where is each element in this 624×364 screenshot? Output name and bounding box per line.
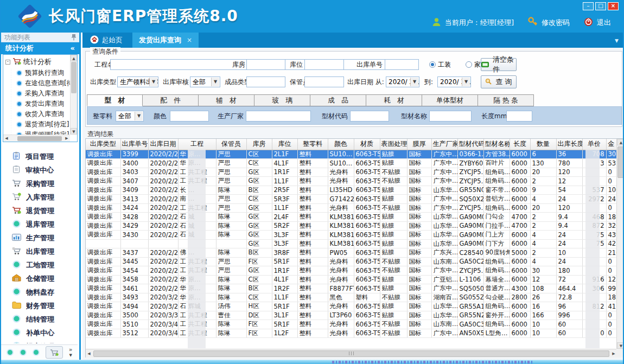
sidebar-item-工地管理[interactable]: 工地管理 <box>1 258 78 272</box>
tab-outbound-query[interactable]: 发货出库查询 × <box>132 33 199 48</box>
sidebar-item-仓储管理[interactable]: 仓储管理 <box>1 272 78 285</box>
table-row[interactable]: 调拨出库34612020/2/28华 原…陈琳B区1R2F整料F8877FT60… <box>86 284 616 293</box>
table-row[interactable]: 调拨出库34242020/2/26工 共工程严思G区1L1F整料光身料6063-… <box>86 203 616 213</box>
circle-icon[interactable] <box>33 349 40 356</box>
material-tab-6[interactable]: 耗 材 <box>366 94 422 106</box>
table-row[interactable]: 调拨出库34132020/2/26南 …严思C区5R3F整料G714226063… <box>86 195 616 204</box>
table-row[interactable]: G区3L3F整料KLM38176063-T5贴膜国标山东华…GA90M09.门下… <box>86 239 616 248</box>
sidebar-item-出库管理[interactable]: 出库管理 <box>1 245 78 258</box>
table-row[interactable]: 调拨出库35102020/3/4工 共工程陈琳F区5R1F整料光身料6063-T… <box>86 320 616 329</box>
logout-link[interactable]: 退出 <box>597 18 611 28</box>
tree-item[interactable]: 退货查询[待定] <box>3 119 70 130</box>
sidebar-item-财务管理[interactable]: 财务管理 <box>1 299 78 312</box>
column-header-表面处理[interactable]: 表面处理 <box>380 139 407 150</box>
table-row[interactable]: 调拨出库34072020/2/25工 共工程严思G区1L1F整料光身料6063-… <box>86 177 616 186</box>
warehouse-input[interactable] <box>246 59 285 70</box>
sidebar-item-采购管理[interactable]: 采购管理 <box>1 177 78 190</box>
column-header-工程[interactable]: 工程 <box>178 139 216 150</box>
sidebar-item-审核中心[interactable]: 审核中心 <box>1 163 78 177</box>
tree-hscroll-thumb[interactable] <box>17 136 62 141</box>
column-header-出库日期[interactable]: 出库日期 <box>148 139 178 150</box>
column-header-单价[interactable]: 单价 <box>582 139 606 150</box>
column-header-保管员[interactable]: 保管员 <box>216 139 246 150</box>
scroll-left-icon[interactable]: ◀ <box>3 136 10 141</box>
table-row[interactable]: 调拨出库35122020/3/4工 共工程陈琳F区1L2F整料光身料6063-T… <box>86 329 616 338</box>
manufacturer-input[interactable] <box>246 111 311 122</box>
column-header-数量[interactable]: 数量 <box>530 139 556 150</box>
column-header-库位[interactable]: 库位 <box>272 139 297 150</box>
table-row[interactable]: 调拨出库34932020/3/2华 原…陈琳C区1L1F整料黑色塑料不贴膜国标湖… <box>86 293 616 302</box>
cart-button[interactable] <box>46 346 63 359</box>
sidebar-item-退货管理[interactable]: 退货管理 <box>1 204 78 218</box>
scroll-left-icon[interactable]: ◀ <box>86 352 92 356</box>
sidebar-item-入库管理[interactable]: 入库管理 <box>1 190 78 204</box>
profile-code-input[interactable] <box>350 111 389 122</box>
column-header-整零料[interactable]: 整零料 <box>297 139 328 150</box>
grid-vertical-scrollbar[interactable]: ▲ ▼ <box>616 139 624 349</box>
date-to-select[interactable]: 2020/ 3/16▼ <box>437 76 471 87</box>
material-tab-4[interactable]: 玻 璃 <box>254 94 310 106</box>
circle-icon[interactable] <box>7 349 14 356</box>
table-row[interactable]: 调拨出库34372020/2/27佛 …陈琳B区3R8F整料PW056063-T… <box>86 248 616 258</box>
tree-root[interactable]: - 统计分析 <box>3 55 77 68</box>
circle-icon[interactable] <box>20 349 27 356</box>
scroll-up-icon[interactable]: ▲ <box>617 139 624 145</box>
tree-horizontal-scrollbar[interactable]: ◀ ▶ <box>3 135 70 142</box>
sidebar-item-补单中心[interactable]: 补单中心 <box>1 326 78 340</box>
order-no-input[interactable] <box>385 59 419 70</box>
audit-select[interactable]: 全部▼ <box>190 76 220 87</box>
whole-part-select[interactable]: 全部▼ <box>116 111 144 122</box>
table-row[interactable]: 调拨出库34942020/3/2石 辉城汤伟H区5R1F整料光身料6063-T5… <box>86 302 616 311</box>
tree-expander-icon[interactable]: - <box>5 60 10 65</box>
keeper-input[interactable] <box>304 76 344 87</box>
column-header-型材代码[interactable]: 型材代码 <box>457 139 483 150</box>
change-password-link[interactable]: 修改密码 <box>542 18 570 28</box>
table-row[interactable]: 调拨出库34292020/2/26石 城陈琳G区5R2F整料KLM3817606… <box>86 221 616 231</box>
sidebar-item-项目管理[interactable]: 项目管理 <box>1 150 78 163</box>
search-button[interactable]: 查 询 <box>481 75 517 88</box>
table-row[interactable]: 调拨出库34582020/2/28华 原…陈琳C区4L1F整料光身料6063-T… <box>86 275 616 284</box>
tree-item[interactable]: 采购入库查询 <box>3 88 70 99</box>
location-input[interactable] <box>304 59 344 70</box>
statistics-section-header[interactable]: 统计分析 « <box>1 42 79 54</box>
material-tab-8[interactable]: 隔 热 条 <box>478 94 534 106</box>
minimize-button[interactable]: – <box>583 2 594 10</box>
sidebar-item-退库管理[interactable]: 退库管理 <box>1 218 78 231</box>
table-row[interactable]: 调拨出库34302020/2/26石 城陈琳G区3L3F整料KLM3817606… <box>86 231 616 240</box>
radio-industrial[interactable]: 工装 <box>429 59 451 70</box>
column-header-出库类型[interactable]: 出库类型 <box>86 139 120 150</box>
tab-dropdown-caret-icon[interactable]: ▼ <box>615 38 619 43</box>
length-input[interactable] <box>506 111 532 122</box>
outbound-type-select[interactable]: 生产领料出库▼ <box>117 76 158 87</box>
table-row[interactable]: 调拨出库34002020/2/25华 原…严思C区4L1F整料SU10…6063… <box>86 159 616 168</box>
close-button[interactable]: × <box>608 2 619 10</box>
product-type-input[interactable] <box>246 76 285 87</box>
tree-item[interactable]: 发货出库查询 <box>3 99 70 109</box>
material-tab-3[interactable]: 辅 材 <box>199 94 254 106</box>
column-header-库房[interactable]: 库房 <box>246 139 272 150</box>
material-tab-5[interactable]: 成 品 <box>310 94 366 106</box>
tab-close-icon[interactable]: × <box>187 36 192 44</box>
scroll-down-icon[interactable]: ▼ <box>617 342 624 349</box>
tree-item[interactable]: 预算执行查询 <box>3 68 70 78</box>
grid-vscroll-thumb[interactable] <box>617 146 624 178</box>
tree-item[interactable]: 在途信息查询[待 <box>3 78 70 88</box>
sidebar-item-物料盘存[interactable]: 物料盘存 <box>1 285 78 299</box>
table-row[interactable]: 调拨出库34282020/2/26石 城陈琳G区2L4F整料KLM3817606… <box>86 213 616 222</box>
color-input[interactable] <box>170 111 209 122</box>
column-header-膜厚[interactable]: 膜厚 <box>407 139 431 150</box>
tab-home[interactable]: 起始页 <box>84 33 129 48</box>
scroll-right-icon[interactable]: ▶ <box>63 136 70 141</box>
table-row[interactable]: 调拨出库33992020/2/25华 原…严思C区2L1F整料SU10…6063… <box>86 150 616 159</box>
table-row[interactable]: 调拨出库34092020/2/25长 …陈琳B区2R5F整料LI35HD6063… <box>86 186 616 195</box>
clear-conditions-button[interactable]: 清空条件 <box>481 58 517 71</box>
sidebar-item-报废管理[interactable]: 报废管理 <box>1 340 78 343</box>
scroll-down-icon[interactable]: ▼ <box>71 128 77 135</box>
table-row[interactable]: 调拨出库35002020/3/3工 共工程曹佳D区3L1F整料LT3P60606… <box>86 311 616 320</box>
profile-name-input[interactable] <box>429 111 472 122</box>
grid-hscroll-thumb[interactable] <box>93 350 609 357</box>
tree-vertical-scrollbar[interactable]: ▲ ▼ <box>70 55 77 135</box>
column-header-出库长度[interactable]: 出库长度 <box>556 139 582 150</box>
column-header-颜色[interactable]: 颜色 <box>328 139 354 150</box>
column-header-生产厂家[interactable]: 生产厂家 <box>431 139 457 150</box>
